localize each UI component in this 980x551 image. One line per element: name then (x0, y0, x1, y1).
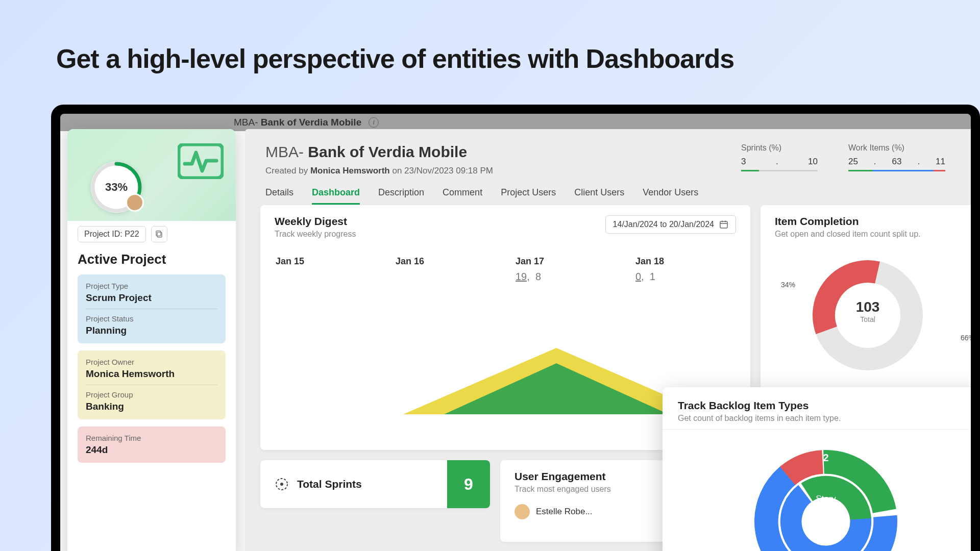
metric-work-items: Work Items (%) 25 . 63 . 11 (848, 143, 945, 176)
user-avatar (514, 504, 530, 519)
created-prefix: Created by (265, 166, 310, 176)
tab-details[interactable]: Details (265, 187, 293, 205)
date-range-text: 14/Jan/2024 to 20/Jan/2024 (613, 220, 714, 229)
type-value: Scrum Project (86, 292, 217, 304)
tab-client-users[interactable]: Client Users (574, 187, 624, 205)
widget-total-sprints: Total Sprints 9 (260, 460, 490, 508)
work-b: 63 (892, 157, 902, 167)
day-label: Jan 17 (516, 256, 615, 267)
day-values: 0, 1 (635, 271, 735, 283)
tab-dashboard[interactable]: Dashboard (312, 187, 360, 205)
sidebar-header: 33% (67, 129, 236, 221)
weekly-day-row: Jan 15Jan 16Jan 1719, 8Jan 180, 1 (260, 244, 750, 295)
day-column: Jan 180, 1 (625, 251, 745, 288)
day-values: 19, 8 (516, 271, 615, 283)
bg-title-name: Bank of Verdia Mobile (261, 117, 361, 128)
created-on: on 23/Nov/2023 09:18 PM (390, 166, 493, 176)
metric-dot: . (917, 157, 920, 167)
donut-total: 103 (856, 299, 880, 315)
time-value: 244d (86, 444, 217, 456)
copy-button[interactable] (151, 226, 167, 242)
widget-backlog-types: Track Backlog Item Types Get count of ba… (663, 387, 971, 551)
backlog-num-2: 2 (823, 452, 828, 464)
backlog-num-1: 1 (718, 490, 723, 502)
item-comp-title: Item Completion (775, 215, 921, 228)
donut-total-label: Total (856, 315, 880, 323)
sprints-a: 3 (741, 157, 746, 167)
backlog-title: Track Backlog Item Types (678, 399, 971, 412)
pulse-icon (178, 143, 224, 179)
day-label: Jan 16 (396, 256, 495, 267)
tabs: DetailsDashboardDescriptionCommentProjec… (245, 176, 971, 205)
owner-label: Project Owner (86, 358, 217, 366)
calendar-icon (719, 220, 728, 229)
backlog-sub: Get count of backlog items in each item … (678, 414, 971, 423)
sprint-icon (275, 477, 289, 491)
slice-a-label: 34% (781, 281, 795, 289)
copy-icon (155, 230, 163, 238)
avatar (126, 193, 144, 212)
device-frame: MBA- Bank of Verdia Mobile i 33% (51, 105, 980, 551)
svg-point-14 (280, 483, 283, 486)
title-name: Bank of Verdia Mobile (308, 143, 467, 160)
page-title: Get a high-level perspective of entities… (56, 43, 734, 74)
day-column: Jan 1719, 8 (505, 251, 625, 288)
type-label: Project Type (86, 282, 217, 290)
info-icon[interactable]: i (369, 117, 379, 128)
project-id-chip: Project ID: P22 (78, 226, 146, 242)
bg-title-prefix: MBA- (234, 117, 261, 128)
created-by: Monica Hemsworth (310, 166, 390, 176)
svg-rect-5 (720, 221, 727, 228)
progress-ring: 33% (91, 162, 142, 213)
title-prefix: MBA- (265, 143, 308, 160)
tab-vendor-users[interactable]: Vendor Users (643, 187, 698, 205)
day-column: Jan 15 (265, 251, 385, 288)
group-value: Banking (86, 401, 217, 412)
date-range-picker[interactable]: 14/Jan/2024 to 20/Jan/2024 (605, 215, 736, 234)
backlog-story-label: Story (816, 494, 836, 504)
active-project-heading: Active Project (78, 252, 226, 267)
total-sprints-value: 9 (447, 460, 490, 508)
created-by-line: Created by Monica Hemsworth on 23/Nov/20… (265, 166, 741, 176)
time-label: Remaining Time (86, 434, 217, 442)
slice-b-label: 66% (961, 334, 971, 342)
group-label: Project Group (86, 390, 217, 399)
work-a: 25 (848, 157, 858, 167)
sprints-b: 10 (808, 157, 818, 167)
card-project-owner: Project Owner Monica Hemsworth Project G… (78, 350, 226, 419)
status-value: Planning (86, 325, 217, 336)
background-header: MBA- Bank of Verdia Mobile i (60, 114, 971, 131)
app-screen: MBA- Bank of Verdia Mobile i 33% (60, 114, 971, 551)
work-c: 11 (936, 157, 945, 167)
project-sidebar: 33% Project ID: P22 Active Project (67, 129, 236, 551)
day-column: Jan 16 (385, 251, 505, 288)
card-project-type: Project Type Scrum Project Project Statu… (78, 274, 226, 343)
card-remaining-time: Remaining Time 244d (78, 427, 226, 463)
tab-comment[interactable]: Comment (443, 187, 482, 205)
tab-project-users[interactable]: Project Users (501, 187, 556, 205)
weekly-sub: Track weekly progress (275, 230, 356, 239)
main-title: MBA- Bank of Verdia Mobile (265, 143, 741, 161)
tab-description[interactable]: Description (378, 187, 424, 205)
owner-value: Monica Hemsworth (86, 368, 217, 380)
svg-point-21 (802, 497, 849, 545)
item-comp-sub: Get open and closed item count split up. (775, 230, 921, 239)
work-label: Work Items (%) (848, 143, 945, 153)
weekly-title: Weekly Digest (275, 215, 356, 228)
day-label: Jan 18 (635, 256, 735, 267)
metric-dot: . (776, 157, 778, 167)
sprints-label: Sprints (%) (741, 143, 818, 153)
day-label: Jan 15 (276, 256, 375, 267)
user-name: Estelle Robe... (536, 507, 593, 517)
metric-sprints: Sprints (%) 3 . 10 (741, 143, 818, 176)
status-label: Project Status (86, 314, 217, 323)
total-sprints-label: Total Sprints (297, 478, 362, 490)
metric-dot: . (874, 157, 876, 167)
